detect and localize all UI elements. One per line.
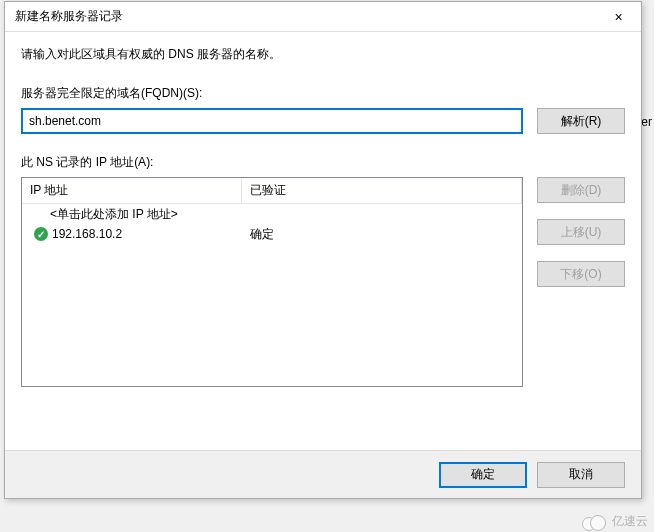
ip-table-header: IP 地址 已验证	[22, 178, 522, 204]
ip-address-value: 192.168.10.2	[52, 227, 122, 241]
ip-section: IP 地址 已验证 <单击此处添加 IP 地址> ✓ 192.168.10.2 …	[21, 177, 625, 387]
verified-value: 确定	[242, 224, 522, 245]
ok-button[interactable]: 确定	[439, 462, 527, 488]
resolve-button[interactable]: 解析(R)	[537, 108, 625, 134]
cloud-icon	[582, 514, 608, 530]
dialog-button-bar: 确定 取消	[5, 450, 641, 498]
delete-button[interactable]: 删除(D)	[537, 177, 625, 203]
add-ip-placeholder-text: <单击此处添加 IP 地址>	[22, 204, 242, 225]
window-title: 新建名称服务器记录	[15, 8, 123, 25]
move-down-button[interactable]: 下移(O)	[537, 261, 625, 287]
close-icon: ×	[614, 9, 622, 25]
close-button[interactable]: ×	[596, 2, 641, 31]
fqdn-label: 服务器完全限定的域名(FQDN)(S):	[21, 85, 625, 102]
titlebar: 新建名称服务器记录 ×	[5, 2, 641, 32]
watermark: 亿速云	[582, 513, 648, 530]
instruction-text: 请输入对此区域具有权威的 DNS 服务器的名称。	[21, 46, 625, 63]
cancel-button[interactable]: 取消	[537, 462, 625, 488]
fqdn-input[interactable]	[21, 108, 523, 134]
ip-list-label: 此 NS 记录的 IP 地址(A):	[21, 154, 625, 171]
col-header-ip[interactable]: IP 地址	[22, 178, 242, 203]
fqdn-row: 解析(R)	[21, 108, 625, 134]
add-ip-placeholder-row[interactable]: <单击此处添加 IP 地址>	[22, 204, 522, 224]
ip-table-body: <单击此处添加 IP 地址> ✓ 192.168.10.2 确定	[22, 204, 522, 244]
ok-icon: ✓	[34, 227, 48, 241]
col-header-verified[interactable]: 已验证	[242, 178, 522, 203]
placeholder-verify-cell	[242, 212, 522, 216]
watermark-text: 亿速云	[612, 513, 648, 530]
dialog-content: 请输入对此区域具有权威的 DNS 服务器的名称。 服务器完全限定的域名(FQDN…	[5, 32, 641, 397]
table-row[interactable]: ✓ 192.168.10.2 确定	[22, 224, 522, 244]
ip-side-buttons: 删除(D) 上移(U) 下移(O)	[537, 177, 625, 387]
move-up-button[interactable]: 上移(U)	[537, 219, 625, 245]
ip-table: IP 地址 已验证 <单击此处添加 IP 地址> ✓ 192.168.10.2 …	[21, 177, 523, 387]
dialog-window: 新建名称服务器记录 × 请输入对此区域具有权威的 DNS 服务器的名称。 服务器…	[4, 1, 642, 499]
